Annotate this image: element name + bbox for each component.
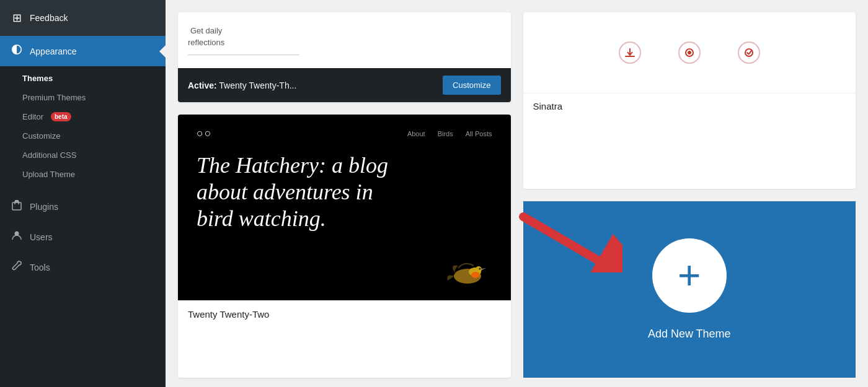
submenu-additional-css[interactable]: Additional CSS [0,146,166,165]
editor-label: Editor [22,112,43,121]
svg-line-14 [523,217,598,260]
ttw-nav-about: About [407,130,425,137]
ttw-logo: ○○ [197,127,213,140]
sinatra-name: Sinatra [523,93,856,121]
preview-daily-text: Get daily [188,26,224,35]
svg-point-11 [688,51,691,54]
active-theme-card: Get daily reflections Active: Twenty Twe… [178,12,511,102]
beta-badge: beta [51,112,71,121]
tools-icon [10,259,24,275]
sinatra-card: Sinatra [523,12,856,189]
appearance-label: Appearance [30,46,77,56]
additional-css-label: Additional CSS [22,150,76,160]
red-arrow [511,204,622,272]
upload-theme-label: Upload Theme [22,170,75,179]
svg-point-12 [745,49,753,56]
svg-point-7 [476,266,482,272]
sinatra-download-icon [619,41,641,64]
feedback-label: Feedback [30,13,68,23]
ttw-bird-image [443,242,492,300]
customize-button[interactable]: Customize [443,76,500,95]
themes-label: Themes [22,74,53,83]
tools-label: Tools [30,263,50,272]
main-content: Get daily reflections Active: Twenty Twe… [166,0,868,387]
active-theme-preview-body: Get daily reflections [178,12,511,68]
sidebar-item-plugins[interactable]: Plugins [0,191,166,222]
active-bar: Active: Twenty Twenty-Th... Customize [178,68,511,102]
active-label: Active: [188,80,217,90]
sidebar-item-appearance[interactable]: Appearance [0,36,166,66]
left-column: Get daily reflections Active: Twenty Twe… [178,12,511,378]
plugins-icon [10,199,24,214]
sidebar-item-users[interactable]: Users [0,222,166,252]
ttw-headline-text: The Hatchery: a blog about adventures in… [197,153,388,231]
users-icon [10,229,24,245]
ttw-nav-links: About Birds All Posts [407,130,492,137]
ttw-nav: ○○ About Birds All Posts [197,127,492,140]
add-new-plus-icon: + [678,256,701,295]
sidebar-item-feedback[interactable]: ⊞ Feedback [0,0,166,36]
themes-grid: Get daily reflections Active: Twenty Twe… [178,12,856,378]
add-new-circle: + [652,238,727,313]
sidebar-item-tools[interactable]: Tools [0,252,166,282]
plugins-label: Plugins [30,202,58,212]
customize-label: Customize [22,131,60,141]
sidebar: ⊞ Feedback Appearance Themes Premium The… [0,0,166,387]
preview-lines: Get daily reflections [188,26,224,47]
twenty-twenty-two-card: ○○ About Birds All Posts The Hatchery: a… [178,115,511,378]
ttw-nav-all-posts: All Posts [466,130,492,137]
submenu-editor[interactable]: Editor beta [0,107,166,126]
sinatra-check-icon [738,41,760,64]
active-theme-text: Active: Twenty Twenty-Th... [188,80,296,90]
appearance-submenu: Themes Premium Themes Editor beta Custom… [0,66,166,186]
appearance-icon [10,43,24,59]
svg-rect-1 [12,202,21,210]
ttw-name: Twenty Twenty-Two [178,300,511,328]
submenu-upload-theme[interactable]: Upload Theme [0,165,166,184]
ttw-headline: The Hatchery: a blog about adventures in… [197,152,395,233]
svg-point-8 [479,268,480,270]
add-new-label: Add New Theme [648,328,731,341]
ttw-nav-birds: Birds [438,130,453,137]
right-column: Sinatra + Add New Theme [523,12,856,378]
svg-point-9 [471,272,480,278]
submenu-customize[interactable]: Customize [0,126,166,146]
feedback-icon: ⊞ [10,11,24,25]
submenu-themes[interactable]: Themes [0,69,166,88]
premium-themes-label: Premium Themes [22,93,86,102]
sinatra-circle-icon [678,41,701,64]
add-new-theme-card[interactable]: + Add New Theme [523,201,856,378]
ttw-preview: ○○ About Birds All Posts The Hatchery: a… [178,115,511,300]
users-label: Users [30,232,53,242]
active-theme-name: Twenty Twenty-Th... [219,80,296,90]
preview-reflections-text: reflections [188,38,224,47]
submenu-premium-themes[interactable]: Premium Themes [0,88,166,107]
sinatra-icons [523,12,856,93]
